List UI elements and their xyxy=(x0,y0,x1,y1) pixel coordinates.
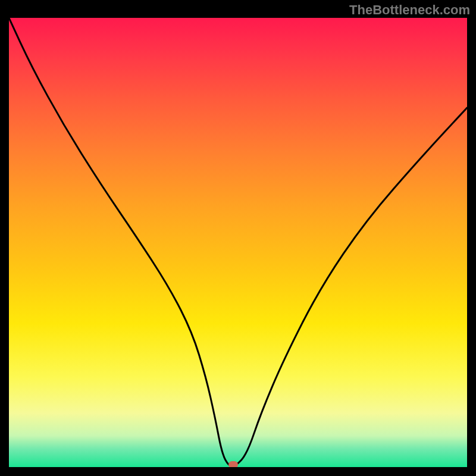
plot-area xyxy=(9,18,467,467)
watermark-text: TheBottleneck.com xyxy=(349,2,470,18)
chart-container: TheBottleneck.com xyxy=(0,0,476,476)
curve-svg xyxy=(9,18,467,467)
bottleneck-curve xyxy=(9,18,467,466)
optimal-marker xyxy=(228,461,238,467)
